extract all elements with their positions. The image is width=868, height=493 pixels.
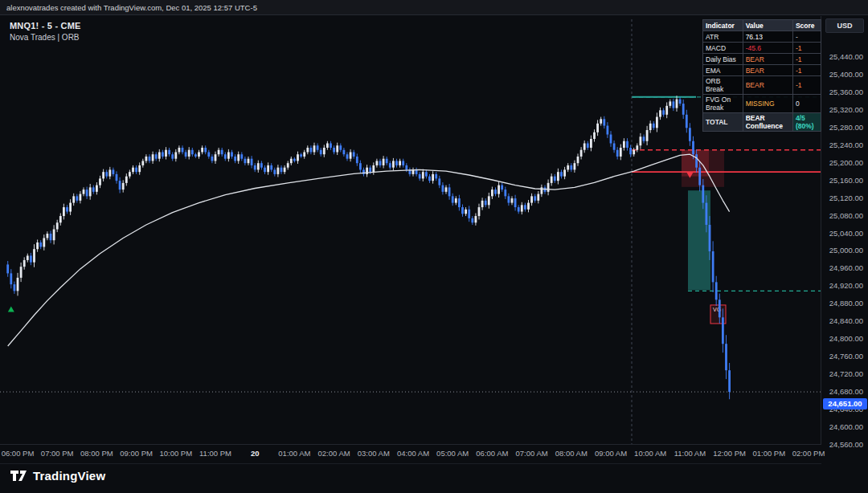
candle-body — [188, 150, 190, 157]
time-tick-label: 10:00 AM — [634, 449, 666, 458]
candle-body — [653, 124, 655, 128]
candle-body — [527, 203, 530, 210]
candle-body — [129, 172, 131, 176]
candle-body — [706, 203, 708, 225]
confluence-table-cell: ATR — [703, 31, 743, 43]
candle-body — [626, 141, 628, 148]
currency-button[interactable]: USD — [825, 18, 864, 33]
candle-body — [438, 178, 440, 185]
candle-body — [320, 150, 322, 154]
candle-body — [227, 152, 230, 158]
price-tick-label: 25,280.00 — [829, 122, 863, 131]
candle-body — [422, 172, 424, 178]
chart-canvas[interactable]: VG — [0, 16, 821, 444]
candle-body — [728, 370, 731, 392]
candle-body — [481, 201, 484, 207]
candle-body — [712, 251, 714, 282]
price-tick-label: 24,560.00 — [829, 439, 863, 448]
candle-body — [386, 159, 388, 163]
candle-body — [138, 165, 141, 172]
candle-body — [303, 152, 305, 156]
candle-body — [96, 185, 98, 192]
candle-body — [689, 128, 691, 141]
candle-body — [141, 161, 144, 165]
confluence-table: IndicatorValueScore ATR76.13-MACD-45.6-1… — [702, 19, 821, 132]
candle-body — [191, 150, 194, 154]
time-tick-label: 01:00 AM — [278, 449, 310, 458]
candle-body — [376, 161, 379, 165]
price-axis[interactable]: USD 24,651.00 25,440.0025,400.0025,360.0… — [821, 16, 868, 462]
price-tick-label: 25,360.00 — [829, 87, 863, 96]
candle-body — [432, 174, 434, 181]
confluence-table-row: ATR76.13- — [703, 31, 821, 43]
candle-body — [557, 172, 559, 181]
candle-body — [583, 143, 586, 149]
last-price-badge: 24,651.00 — [823, 398, 867, 409]
candle-body — [686, 115, 688, 128]
candle-body — [30, 255, 32, 262]
candle-body — [182, 148, 184, 152]
candle-body — [530, 196, 533, 202]
confluence-table-cell: BEAR Confluence — [743, 113, 792, 132]
candle-body — [300, 154, 302, 157]
time-tick-label: 06:00 PM — [2, 449, 35, 458]
candle-body — [326, 143, 329, 147]
candle-body — [629, 148, 632, 154]
candle-body — [698, 168, 701, 185]
candle-body — [313, 145, 316, 152]
candle-body — [425, 172, 428, 176]
candle-body — [475, 216, 477, 222]
candle-body — [234, 157, 236, 161]
price-tick-label: 24,880.00 — [829, 299, 863, 308]
candle-body — [359, 163, 362, 169]
candle-body — [514, 198, 517, 207]
candle-body — [162, 152, 164, 156]
candle-body — [613, 143, 616, 149]
candle-body — [260, 163, 263, 167]
candle-body — [616, 150, 619, 157]
candle-body — [43, 238, 45, 246]
tradingview-logo[interactable]: TradingView — [10, 469, 105, 483]
candle-body — [682, 104, 685, 115]
candle-body — [504, 189, 506, 196]
confluence-table-cell: MACD — [703, 43, 743, 54]
candle-body — [39, 242, 42, 246]
candle-body — [383, 159, 385, 165]
candle-body — [518, 207, 520, 211]
candle-body — [715, 282, 718, 299]
candle-body — [339, 145, 342, 149]
candle-body — [201, 148, 203, 152]
candle-body — [69, 203, 72, 212]
candle-body — [485, 201, 487, 205]
candle-body — [297, 154, 299, 161]
confluence-table-cell: FVG On Break — [703, 95, 743, 113]
confluence-table-cell: Daily Bias — [703, 54, 743, 65]
candle-body — [171, 154, 174, 158]
candle-body — [152, 154, 154, 161]
confluence-table-cell: -1 — [792, 76, 821, 95]
time-tick-label: 08:00 AM — [555, 449, 588, 458]
candle-body — [56, 222, 59, 229]
candle-body — [580, 150, 583, 157]
candle-body — [149, 157, 151, 161]
candle-body — [333, 148, 335, 152]
candle-body — [158, 152, 161, 158]
candle-body — [419, 174, 421, 178]
candle-body — [640, 136, 642, 145]
confluence-table-cell: -45.6 — [743, 43, 792, 54]
confluence-table-cell: BEAR — [743, 76, 792, 95]
candle-body — [577, 157, 579, 163]
candle-body — [122, 183, 125, 189]
candle-body — [607, 126, 609, 135]
confluence-table-cell: -1 — [792, 43, 821, 54]
candle-body — [165, 150, 167, 157]
price-tick-label: 24,800.00 — [829, 334, 863, 343]
candle-body — [280, 168, 283, 172]
candle-body — [633, 150, 635, 154]
candle-body — [679, 100, 682, 104]
candle-body — [317, 145, 319, 149]
time-axis[interactable]: 06:00 PM07:00 PM08:00 PM09:00 PM10:00 PM… — [0, 444, 821, 464]
candle-body — [194, 154, 197, 157]
candle-body — [267, 165, 269, 172]
price-tick-label: 25,400.00 — [829, 69, 863, 78]
